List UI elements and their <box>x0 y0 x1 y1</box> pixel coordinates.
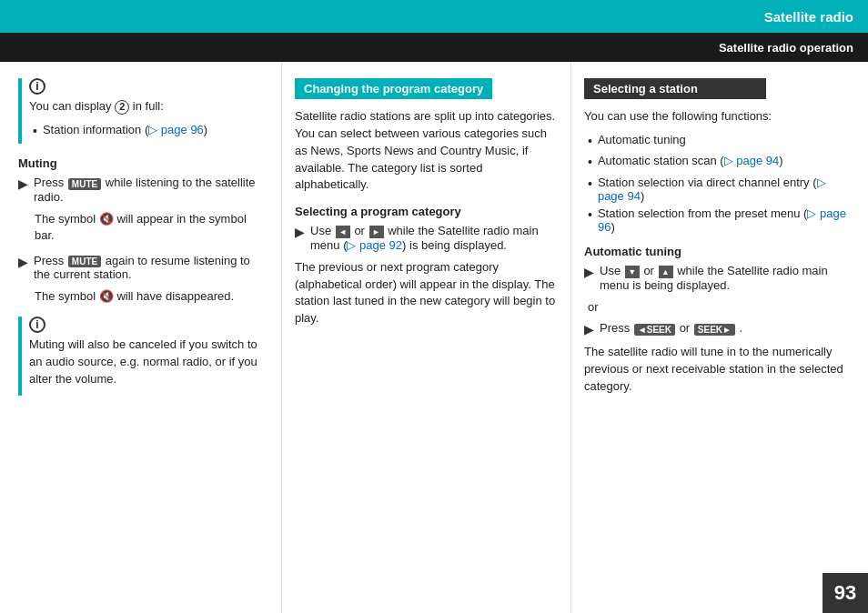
bullet-station-info: • Station information (▷ page 96) <box>29 123 268 141</box>
display-text: You can display 2 in full: <box>29 98 268 116</box>
left-column: i You can display 2 in full: • Station i… <box>0 62 282 613</box>
selecting-program-category-heading: Selecting a program category <box>295 205 558 218</box>
content: i You can display 2 in full: • Station i… <box>0 62 868 613</box>
bullet-dot-1: • <box>33 123 37 141</box>
arrow-icon-right: ▶ <box>584 265 594 279</box>
bullet-preset-menu: • Station selection from the preset menu… <box>584 206 855 234</box>
mute-symbol-1: 🔇 <box>99 212 117 226</box>
bullet-direct-channel-text: Station selection via direct channel ent… <box>598 176 855 203</box>
circle-num: 2 <box>115 100 129 115</box>
seek-plus-btn: SEEK► <box>694 324 735 336</box>
header: Satellite radio Satellite radio operatio… <box>0 0 868 62</box>
mute-badge-1: MUTE <box>68 178 101 190</box>
bullet-auto-scan-text: Automatic station scan (▷ page 94) <box>598 154 783 167</box>
bullet-auto-tuning: • Automatic tuning <box>584 133 855 151</box>
auto-tuning-heading: Automatic tuning <box>584 245 855 258</box>
auto-tuning-step: ▶ Use ▼ or ▲ while the Satellite radio m… <box>584 264 855 292</box>
arrow-icon-1: ▶ <box>18 176 28 191</box>
auto-tuning-step-text: Use ▼ or ▲ while the Satellite radio mai… <box>600 264 855 292</box>
bullet-auto-scan: • Automatic station scan (▷ page 94) <box>584 154 855 172</box>
muting-symbol-2: The symbol 🔇 will have disappeared. <box>18 288 268 306</box>
bullet-dot-r2: • <box>588 154 592 172</box>
muting-step-1: ▶ Press MUTE while listening to the sate… <box>18 176 268 203</box>
press-seek-step: ▶ Press ◄SEEK or SEEK► . <box>584 321 855 337</box>
seek-minus-btn: ◄SEEK <box>634 324 675 336</box>
arrow-icon-right-2: ▶ <box>584 322 594 337</box>
mid-section-title: Changing the program category <box>295 78 492 99</box>
header-top: Satellite radio <box>0 0 868 33</box>
right-section-title: Selecting a station <box>584 78 766 99</box>
header-subtitle: Satellite radio operation <box>719 41 853 55</box>
muting-heading: Muting <box>18 156 268 170</box>
arrow-icon-2: ▶ <box>18 255 28 269</box>
nav-right-icon: ► <box>369 226 384 238</box>
info-icon-2-wrap: i <box>29 317 268 337</box>
info-i-icon: i <box>29 78 45 95</box>
nav-left-icon: ◄ <box>336 226 350 238</box>
mid-step1-text: Use ◄ or ► while the Satellite radio mai… <box>310 224 558 252</box>
info-bar-1 <box>18 78 22 144</box>
info2-text: Muting will also be canceled if you swit… <box>29 337 268 388</box>
right-intro-text: You can use the following functions: <box>584 108 855 126</box>
mid-body-text: Satellite radio stations are split up in… <box>295 108 558 194</box>
or-text: or <box>584 299 855 317</box>
arrow-down-btn: ▼ <box>625 266 640 278</box>
bullet-dot-r3: • <box>588 176 592 194</box>
info-content-2: i Muting will also be canceled if you sw… <box>29 317 268 396</box>
arrow-up-btn: ▲ <box>659 266 673 278</box>
bullet-direct-channel: • Station selection via direct channel e… <box>584 176 855 203</box>
page-number: 93 <box>823 573 868 613</box>
mute-badge-2: MUTE <box>68 256 101 267</box>
info-content-1: i You can display 2 in full: • Station i… <box>29 78 268 144</box>
mid-result-text: The previous or next program category (a… <box>295 259 558 327</box>
muting-step2-text: Press MUTE again to resume listening to … <box>34 254 268 281</box>
mid-step-1: ▶ Use ◄ or ► while the Satellite radio m… <box>295 224 558 252</box>
press-seek-text: Press ◄SEEK or SEEK► . <box>600 321 742 335</box>
muting-symbol-1: The symbol 🔇 will appear in the symbol b… <box>18 211 268 246</box>
bullet-preset-menu-text: Station selection from the preset menu (… <box>598 206 855 234</box>
header-title: Satellite radio <box>764 9 853 25</box>
info-i-icon-2: i <box>29 317 45 333</box>
bullet-dot-r1: • <box>588 133 592 151</box>
info-box-2: i Muting will also be canceled if you sw… <box>18 317 268 396</box>
info-box-1: i You can display 2 in full: • Station i… <box>18 78 268 144</box>
right-result-text: The satellite radio will tune in to the … <box>584 344 855 396</box>
info-bar-2 <box>18 317 22 396</box>
right-column: Selecting a station You can use the foll… <box>571 62 868 613</box>
info-icon-1: i <box>29 78 268 98</box>
header-bottom: Satellite radio operation <box>0 33 868 62</box>
mid-column: Changing the program category Satellite … <box>282 62 571 613</box>
station-info-text: Station information (▷ page 96) <box>43 123 207 136</box>
muting-step1-text: Press MUTE while listening to the satell… <box>34 176 268 203</box>
muting-step-2: ▶ Press MUTE again to resume listening t… <box>18 254 268 281</box>
bullet-dot-r4: • <box>588 206 592 225</box>
mute-symbol-2: 🔇 <box>99 289 117 303</box>
bullet-auto-tuning-text: Automatic tuning <box>598 133 686 146</box>
arrow-icon-mid: ▶ <box>295 225 305 239</box>
